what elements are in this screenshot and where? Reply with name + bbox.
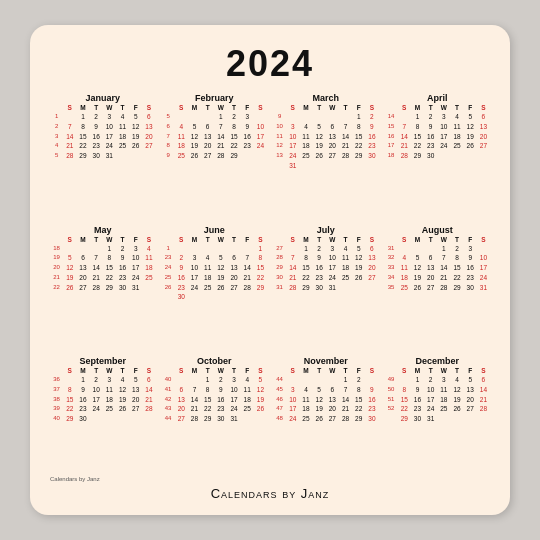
day-cell: 6 <box>424 253 437 263</box>
day-cell: 21 <box>241 273 254 283</box>
day-cell: 27 <box>477 141 490 151</box>
day-cell: 17 <box>424 395 437 405</box>
calendar-grid: JanuarySMTWTFS11234562789101112133141516… <box>50 93 490 474</box>
week-row: 293031 <box>385 414 491 424</box>
week-number: 32 <box>385 253 398 263</box>
day-cell: 19 <box>352 263 365 273</box>
day-cell <box>437 414 450 424</box>
day-cell: 6 <box>326 385 339 395</box>
month-name: July <box>273 225 379 235</box>
week-number: 23 <box>162 253 175 263</box>
day-cell: 20 <box>365 263 378 273</box>
day-cell: 23 <box>90 141 103 151</box>
day-cell <box>299 375 312 385</box>
day-cell: 4 <box>450 375 463 385</box>
day-cell: 22 <box>352 141 365 151</box>
day-cell: 25 <box>437 404 450 414</box>
week-number: 40 <box>162 375 175 385</box>
day-cell: 27 <box>142 141 155 151</box>
week-row: 18282930 <box>385 151 491 161</box>
day-cell: 3 <box>437 375 450 385</box>
day-cell <box>254 112 267 122</box>
day-cell: 9 <box>464 253 477 263</box>
day-cell <box>477 151 490 161</box>
day-cell: 7 <box>398 122 411 132</box>
day-cell: 18 <box>450 132 463 142</box>
month-name: January <box>50 93 156 103</box>
day-cell: 12 <box>464 122 477 132</box>
day-cell <box>129 414 142 424</box>
week-number: 10 <box>273 122 286 132</box>
week-number: 1 <box>162 244 175 254</box>
week-row: 31 <box>273 161 379 171</box>
day-cell: 10 <box>477 253 490 263</box>
day-cell: 10 <box>188 263 201 273</box>
day-cell: 30 <box>424 151 437 161</box>
month-name: October <box>162 356 268 366</box>
week-number: 29 <box>273 263 286 273</box>
day-cell: 12 <box>188 132 201 142</box>
month-block-november: NovemberSMTWTFS4412453456789461011121314… <box>273 356 379 474</box>
day-cell: 13 <box>76 263 89 273</box>
month-name: April <box>385 93 491 103</box>
week-number: 41 <box>162 385 175 395</box>
day-cell: 28 <box>241 283 254 293</box>
day-cell: 16 <box>175 273 188 283</box>
day-cell: 1 <box>214 112 227 122</box>
day-cell: 7 <box>241 253 254 263</box>
day-cell: 21 <box>339 404 352 414</box>
day-cell: 8 <box>299 253 312 263</box>
week-row: 314151617181920 <box>50 132 156 142</box>
day-cell <box>241 292 254 302</box>
day-cell: 1 <box>299 244 312 254</box>
week-row: 4213141516171819 <box>162 395 268 405</box>
day-cell: 2 <box>227 112 240 122</box>
day-cell: 15 <box>411 132 424 142</box>
week-number: 28 <box>273 253 286 263</box>
day-cell: 17 <box>90 395 103 405</box>
day-cell: 10 <box>326 253 339 263</box>
week-number: 50 <box>385 385 398 395</box>
day-cell: 19 <box>116 395 129 405</box>
day-cell: 3 <box>188 253 201 263</box>
week-row: 278910111213 <box>50 122 156 132</box>
month-name: May <box>50 225 156 235</box>
day-cell: 27 <box>201 151 214 161</box>
day-cell: 12 <box>411 263 424 273</box>
day-cell: 25 <box>175 151 188 161</box>
day-cell: 15 <box>450 263 463 273</box>
day-cell: 4 <box>450 112 463 122</box>
day-cell: 8 <box>398 385 411 395</box>
day-cell: 20 <box>129 395 142 405</box>
day-cell: 13 <box>227 263 240 273</box>
day-cell: 25 <box>241 404 254 414</box>
day-cell: 22 <box>63 404 76 414</box>
day-cell: 19 <box>254 395 267 405</box>
week-row: 2012131415161718 <box>50 263 156 273</box>
week-row: 3525262728293031 <box>385 283 491 293</box>
day-cell <box>299 161 312 171</box>
day-cell: 17 <box>188 273 201 283</box>
day-cell <box>339 112 352 122</box>
week-row: 421222324252627 <box>50 141 156 151</box>
day-cell: 21 <box>437 273 450 283</box>
month-name: March <box>273 93 379 103</box>
day-cell <box>398 112 411 122</box>
week-row: 3245678910 <box>385 253 491 263</box>
day-cell: 2 <box>90 375 103 385</box>
day-cell <box>464 414 477 424</box>
week-number: 36 <box>50 375 63 385</box>
day-cell: 30 <box>175 292 188 302</box>
day-cell: 26 <box>450 404 463 414</box>
day-cell <box>241 151 254 161</box>
day-cell: 20 <box>227 273 240 283</box>
day-cell: 12 <box>352 253 365 263</box>
day-cell: 26 <box>129 141 142 151</box>
day-cell: 7 <box>437 253 450 263</box>
day-cell: 7 <box>339 385 352 395</box>
month-block-july: JulySMTWTFS27123456287891011121329141516… <box>273 225 379 353</box>
day-cell: 14 <box>142 385 155 395</box>
day-cell: 23 <box>313 273 326 283</box>
day-cell: 22 <box>227 141 240 151</box>
day-cell: 13 <box>424 263 437 273</box>
